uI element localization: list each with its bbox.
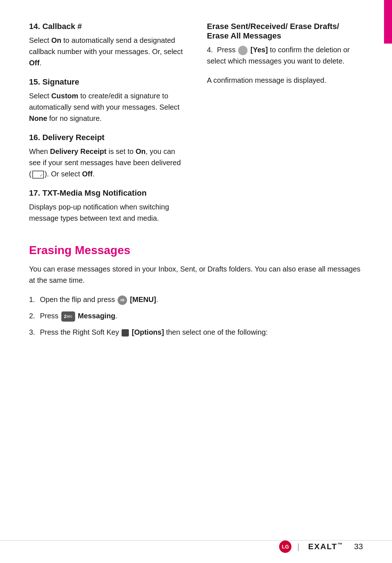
section-17-body: Displays pop-up notification when switch… [29, 201, 185, 224]
section-15-body: Select Custom to create/edit a signature… [29, 90, 185, 124]
section-16-heading: 16. Delivery Receipt [29, 133, 185, 142]
bookmark-tab [384, 0, 392, 44]
footer-logo-area: LG | EXALT™ [279, 540, 343, 553]
erasing-intro: You can erase messages stored in your In… [29, 264, 363, 286]
footer-separator: | [297, 542, 299, 551]
erasing-messages-heading: Erasing Messages [29, 244, 363, 257]
page: 14. Callback # Select On to automaticall… [0, 0, 392, 563]
step-3-num: 3. [29, 327, 35, 338]
step-2: 2. Press 2abc Messaging. [29, 310, 363, 322]
step-2-num: 2. [29, 310, 35, 322]
left-column: 14. Callback # Select On to automaticall… [29, 22, 185, 233]
step-3: 3. Press the Right Soft Key [Options] th… [29, 327, 363, 338]
right-erase-heading: Erase Sent/Received/ Erase Drafts/ Erase… [207, 22, 363, 41]
step-4-body: 4. Press [Yes] to confirm the deletion o… [207, 44, 363, 67]
confirmation-text: A confirmation message is displayed. [207, 75, 363, 86]
section-17: 17. TXT-Media Msg Notification Displays … [29, 188, 185, 224]
erasing-messages-section: Erasing Messages You can erase messages … [29, 244, 363, 338]
delivery-icon [32, 171, 44, 179]
ok-icon-step4 [238, 46, 248, 55]
step-1-num: 1. [29, 294, 35, 305]
lg-logo-text: LG [282, 544, 289, 550]
lg-logo-circle: LG [279, 540, 291, 553]
section-14: 14. Callback # Select On to automaticall… [29, 22, 185, 69]
ok-icon-step1: ok [118, 295, 127, 305]
right-erase-section: Erase Sent/Received/ Erase Drafts/ Erase… [207, 22, 363, 86]
footer: LG | EXALT™ 33 [0, 540, 392, 553]
section-16-body: When Delivery Receipt is set to On, you … [29, 146, 185, 180]
section-14-heading: 14. Callback # [29, 22, 185, 31]
two-column-section: 14. Callback # Select On to automaticall… [29, 22, 363, 233]
step-1: 1. Open the flip and press ok [MENU]. [29, 294, 363, 305]
softkey-icon [122, 329, 129, 336]
content-area: 14. Callback # Select On to automaticall… [29, 22, 363, 527]
2abc-icon: 2abc [61, 311, 75, 322]
section-15: 15. Signature Select Custom to create/ed… [29, 77, 185, 124]
section-16: 16. Delivery Receipt When Delivery Recei… [29, 133, 185, 180]
right-column: Erase Sent/Received/ Erase Drafts/ Erase… [207, 22, 363, 233]
section-17-heading: 17. TXT-Media Msg Notification [29, 188, 185, 198]
section-14-body: Select On to automatically send a design… [29, 35, 185, 69]
section-15-heading: 15. Signature [29, 77, 185, 87]
erasing-steps-list: 1. Open the flip and press ok [MENU]. 2.… [29, 294, 363, 338]
lg-logo: LG [279, 540, 291, 553]
page-number: 33 [354, 542, 363, 551]
exalt-text: EXALT™ [308, 542, 343, 551]
